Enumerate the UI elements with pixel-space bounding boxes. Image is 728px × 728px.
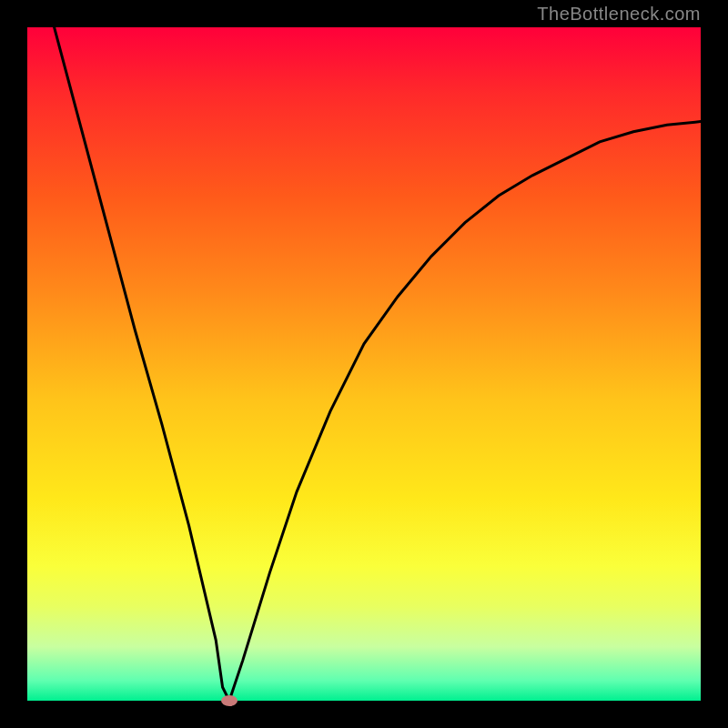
plot-area xyxy=(27,27,701,701)
chart-frame: TheBottleneck.com xyxy=(0,0,728,728)
min-marker xyxy=(221,695,238,706)
watermark-label: TheBottleneck.com xyxy=(537,4,701,25)
curve-svg xyxy=(27,27,701,701)
bottleneck-curve xyxy=(55,27,701,701)
